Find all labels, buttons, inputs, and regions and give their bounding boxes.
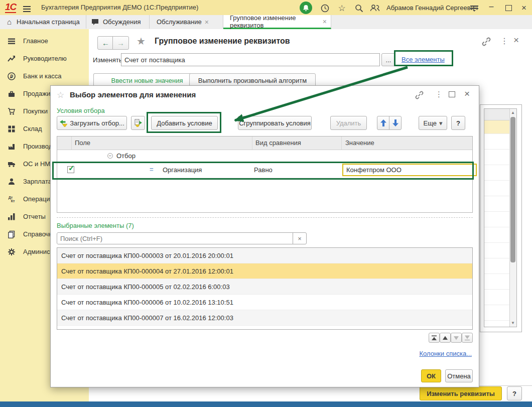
caret-down-icon: ▾ xyxy=(439,119,443,127)
users-button[interactable] xyxy=(369,3,380,14)
attribute-row[interactable] xyxy=(484,181,510,196)
move-down-item-button[interactable] xyxy=(451,333,462,343)
main-menu-icon[interactable] xyxy=(23,5,31,14)
button-label: Сгруппировать условия xyxy=(239,119,311,127)
move-down-button[interactable] xyxy=(389,116,402,130)
favorites-button[interactable]: ☆ xyxy=(336,3,347,14)
service-menu-button[interactable] xyxy=(469,3,480,14)
attribute-row[interactable] xyxy=(484,165,510,181)
condition-row[interactable]: ✓ = Организация Равно Конфетпром ООО xyxy=(57,163,472,178)
cancel-button[interactable]: Отмена xyxy=(445,369,473,382)
attribute-row[interactable] xyxy=(484,274,510,290)
sidebar-item-manager[interactable]: Руководителю xyxy=(0,50,89,67)
delete-condition-button[interactable]: Удалить xyxy=(330,116,367,130)
attribute-row[interactable] xyxy=(484,212,510,227)
browse-button[interactable]: ... xyxy=(381,53,395,66)
load-filter-icon xyxy=(59,119,67,127)
close-dialog-button[interactable]: × xyxy=(464,88,470,99)
global-search-button[interactable] xyxy=(353,3,364,14)
attribute-row[interactable] xyxy=(484,227,510,243)
move-to-top-button[interactable] xyxy=(429,333,440,343)
condition-checkbox[interactable]: ✓ xyxy=(67,166,74,173)
taskbar-strip xyxy=(0,401,532,407)
current-user[interactable]: Абрамов Геннадий Сергеевич xyxy=(386,4,478,12)
attribute-row[interactable] xyxy=(484,243,510,258)
attribute-row[interactable] xyxy=(484,196,510,212)
maximize-button[interactable] xyxy=(503,3,514,14)
all-elements-link[interactable]: Все элементы xyxy=(402,56,445,63)
attribute-row[interactable] xyxy=(484,305,510,321)
tab-service[interactable]: Обслуживание × xyxy=(150,15,223,29)
get-link-button[interactable] xyxy=(482,37,491,46)
scrollbar-thumb[interactable] xyxy=(510,117,515,262)
menu-caret-icon xyxy=(470,4,479,12)
filter-group-row[interactable]: − Отбор xyxy=(57,150,472,163)
notifications-button[interactable] xyxy=(300,2,312,14)
history-button[interactable] xyxy=(319,3,330,14)
favorite-star-icon[interactable]: ★ xyxy=(137,35,146,47)
arrow-down-icon xyxy=(392,119,398,126)
attribute-row[interactable] xyxy=(484,120,510,134)
list-item-label: Счет от поставщика КП00-000005 от 02.02.… xyxy=(61,283,230,291)
titlebar: 1С Бухгалтерия Предприятия ДЕМО (1С:Пред… xyxy=(0,0,532,16)
list-item-selected[interactable]: Счет от поставщика КП00-000004 от 27.01.… xyxy=(57,263,472,279)
clear-search-button[interactable]: × xyxy=(293,233,306,244)
search-input[interactable] xyxy=(57,233,293,244)
list-item[interactable]: Счет от поставщика КП00-000005 от 02.02.… xyxy=(57,279,472,295)
group-conditions-button[interactable]: Сгруппировать условия xyxy=(238,116,312,130)
forward-button[interactable]: → xyxy=(112,36,129,50)
tab-home[interactable]: ⌂ Начальная страница xyxy=(0,15,86,29)
move-to-bottom-button[interactable] xyxy=(462,333,473,343)
attribute-row[interactable] xyxy=(484,134,510,150)
condition-value-field[interactable]: Конфетпром ООО xyxy=(342,164,477,176)
attribute-row[interactable] xyxy=(484,150,510,165)
move-up-button[interactable] xyxy=(377,116,389,130)
list-item[interactable]: Счет от поставщика КП00-000006 от 10.02.… xyxy=(57,295,472,310)
get-link-button[interactable] xyxy=(415,91,424,99)
list-columns-link[interactable]: Колонки списка... xyxy=(419,350,472,357)
attribute-row[interactable] xyxy=(484,290,510,305)
maximize-icon xyxy=(449,91,455,97)
back-button[interactable]: ← xyxy=(97,36,114,50)
add-condition-button[interactable]: Добавить условие xyxy=(151,116,218,130)
tab-group-change[interactable]: Групповое изменение реквизитов × xyxy=(223,15,331,29)
attribute-list: ▲ ▼ xyxy=(484,108,517,327)
ok-button[interactable]: ОК xyxy=(421,369,441,382)
tab-bar: ⌂ Начальная страница Обсуждения Обслужив… xyxy=(0,15,532,30)
close-window-button[interactable]: × xyxy=(513,35,519,46)
more-menu-button[interactable]: ⋮ xyxy=(500,36,508,46)
attribute-row[interactable] xyxy=(484,258,510,274)
sidebar-item-main[interactable]: Главное xyxy=(0,32,89,50)
tab-close-icon[interactable]: × xyxy=(205,18,209,26)
button-label: Изменить реквизиты xyxy=(427,390,495,397)
collapse-icon[interactable]: − xyxy=(107,153,113,159)
sidebar-item-bank-cash[interactable]: ₽ Банк и касса xyxy=(0,67,89,85)
move-up-item-button[interactable] xyxy=(440,333,451,343)
minimize-button[interactable]: – xyxy=(486,1,497,12)
svg-text:₽: ₽ xyxy=(10,73,13,79)
scroll-up-icon[interactable]: ▲ xyxy=(510,110,516,115)
bell-icon xyxy=(303,5,309,12)
more-menu-button[interactable]: ⋮ xyxy=(435,90,443,99)
tab-discussions[interactable]: Обсуждения xyxy=(86,15,150,29)
change-object-input[interactable] xyxy=(121,53,380,66)
chain-icon xyxy=(415,91,424,99)
scrollbar[interactable]: ▲ ▼ xyxy=(509,109,516,327)
sidebar-item-label: Главное xyxy=(23,37,48,45)
list-item[interactable]: Счет от поставщика КП00-000007 от 16.02.… xyxy=(57,310,472,326)
scroll-down-icon[interactable]: ▼ xyxy=(510,321,516,325)
change-attributes-button[interactable]: Изменить реквизиты xyxy=(420,386,502,400)
dialog-help-button[interactable]: ? xyxy=(451,116,465,130)
more-actions-button[interactable]: Еще ▾ xyxy=(419,116,447,130)
help-button[interactable]: ? xyxy=(507,386,522,400)
load-filter-button[interactable]: Загрузить отбор... xyxy=(57,116,127,130)
save-filter-icon xyxy=(134,119,142,127)
home-icon: ⌂ xyxy=(5,18,14,26)
save-filter-button[interactable] xyxy=(131,116,145,130)
list-item[interactable]: Счет от поставщика КП00-000003 от 20.01.… xyxy=(57,248,472,263)
close-icon: × xyxy=(464,88,470,99)
maximize-dialog-button[interactable] xyxy=(449,91,455,97)
favorite-star-icon[interactable]: ☆ xyxy=(57,90,64,100)
tab-close-icon[interactable]: × xyxy=(323,18,327,26)
close-app-button[interactable]: × xyxy=(518,3,529,14)
